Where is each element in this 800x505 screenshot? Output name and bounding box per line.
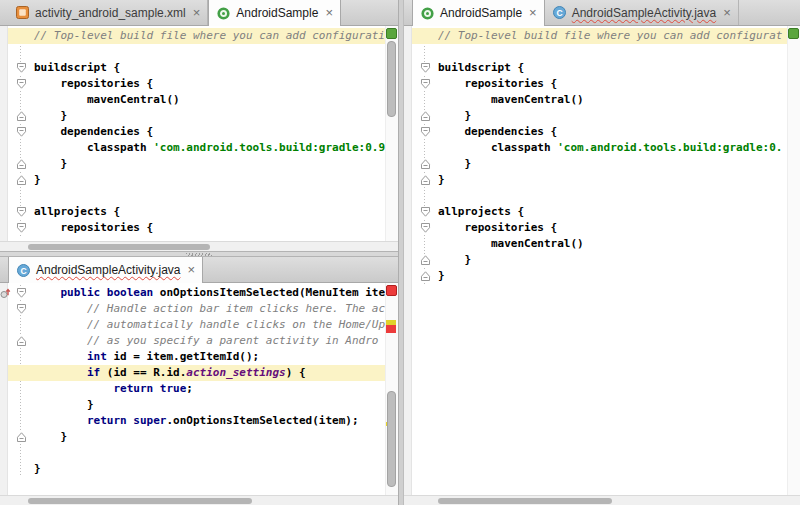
tab-androidsampleactivity-java[interactable]: CAndroidSampleActivity.java×	[545, 0, 739, 25]
gutter-cell	[8, 220, 34, 236]
code-text: mavenCentral()	[438, 236, 787, 252]
tab-close-icon[interactable]: ×	[188, 257, 196, 283]
horizontal-scrollbar[interactable]	[404, 495, 800, 505]
horizontal-scrollbar[interactable]	[0, 241, 398, 251]
vertical-scrollbar[interactable]	[385, 283, 398, 495]
code-text: }	[438, 156, 787, 172]
override-method-icon[interactable]	[0, 287, 12, 299]
code-line: repositories {	[412, 220, 787, 236]
gutter-cell	[412, 28, 438, 44]
code-line: }	[412, 268, 787, 284]
fold-end-icon[interactable]	[16, 174, 27, 186]
editor-java-left[interactable]: public boolean onOptionsItemSelected(Men…	[0, 283, 398, 495]
tab-close-icon[interactable]: ×	[529, 0, 537, 26]
code-line: }	[412, 108, 787, 124]
code-line: // Top-level build file where you can ad…	[8, 28, 385, 44]
fold-end-icon[interactable]	[420, 110, 431, 122]
fold-collapse-icon[interactable]	[16, 62, 27, 74]
code-text: // as you specify a parent activity in A…	[34, 333, 385, 349]
java-class-icon: C	[552, 5, 567, 20]
code-line: // Top-level build file where you can ad…	[412, 28, 787, 44]
tab-close-icon[interactable]: ×	[193, 0, 201, 26]
fold-collapse-icon[interactable]	[16, 78, 27, 90]
fold-end-icon[interactable]	[16, 335, 27, 347]
horizontal-scrollbar[interactable]	[0, 495, 398, 505]
gutter-cell	[8, 413, 34, 429]
code-text: // Top-level build file where you can ad…	[438, 28, 787, 44]
fold-end-icon[interactable]	[16, 110, 27, 122]
gutter-cell	[412, 268, 438, 284]
tab-androidsample[interactable]: AndroidSample×	[412, 0, 545, 26]
horizontal-scrollbar-thumb[interactable]	[438, 498, 612, 504]
svg-text:C: C	[20, 265, 26, 275]
code-text	[34, 188, 385, 204]
code-text: dependencies {	[438, 124, 787, 140]
code-line	[412, 44, 787, 60]
code-line: }	[8, 108, 385, 124]
fold-collapse-icon[interactable]	[420, 206, 431, 218]
editor-gradle-left[interactable]: // Top-level build file where you can ad…	[0, 26, 398, 241]
fold-collapse-icon[interactable]	[16, 287, 27, 299]
fold-end-icon[interactable]	[420, 270, 431, 282]
code-line: int id = item.getItemId();	[8, 349, 385, 365]
code-text: }	[34, 108, 385, 124]
code-line: return super.onOptionsItemSelected(item)…	[8, 413, 385, 429]
fold-end-icon[interactable]	[420, 158, 431, 170]
code-text	[34, 44, 385, 60]
fold-end-icon[interactable]	[420, 254, 431, 266]
code-line: }	[8, 172, 385, 188]
fold-collapse-icon[interactable]	[16, 126, 27, 138]
code-line: }	[412, 156, 787, 172]
tab-close-icon[interactable]: ×	[723, 0, 731, 26]
error-stripe-mark[interactable]	[386, 325, 396, 333]
gutter-cell	[412, 252, 438, 268]
fold-end-icon[interactable]	[16, 158, 27, 170]
code-text: dependencies {	[34, 124, 385, 140]
tab-bar-left-top: activity_android_sample.xml×AndroidSampl…	[0, 0, 398, 26]
code-line	[412, 188, 787, 204]
tab-bar-left-bottom: CAndroidSampleActivity.java×	[0, 257, 398, 283]
inspection-status-icon[interactable]	[386, 28, 397, 39]
vertical-scrollbar-thumb[interactable]	[387, 391, 396, 487]
fold-collapse-icon[interactable]	[16, 222, 27, 234]
code-text: }	[438, 252, 787, 268]
vertical-scrollbar-thumb[interactable]	[387, 41, 396, 117]
code-line: mavenCentral()	[8, 92, 385, 108]
fold-collapse-icon[interactable]	[420, 78, 431, 90]
horizontal-splitter[interactable]	[0, 251, 398, 257]
horizontal-scrollbar-thumb[interactable]	[28, 244, 210, 250]
code-line: }	[8, 429, 385, 445]
horizontal-scrollbar-thumb[interactable]	[28, 498, 252, 504]
editor-gradle-right[interactable]: // Top-level build file where you can ad…	[404, 26, 800, 495]
gutter-cell	[8, 124, 34, 140]
splitter-grip-icon	[186, 253, 212, 256]
code-line: }	[412, 252, 787, 268]
code-text: allprojects {	[438, 204, 787, 220]
tab-close-icon[interactable]: ×	[325, 0, 333, 26]
code-line: }	[8, 156, 385, 172]
inspection-status-icon[interactable]	[788, 28, 799, 39]
code-line: mavenCentral()	[412, 236, 787, 252]
tab-activity-android-sample-xml[interactable]: activity_android_sample.xml×	[8, 0, 208, 25]
tab-label: AndroidSampleActivity.java	[572, 0, 717, 26]
code-text: return true;	[34, 381, 385, 397]
fold-collapse-icon[interactable]	[420, 62, 431, 74]
fold-collapse-icon[interactable]	[16, 206, 27, 218]
code-text: buildscript {	[438, 60, 787, 76]
fold-collapse-icon[interactable]	[420, 126, 431, 138]
tab-androidsample[interactable]: AndroidSample×	[208, 0, 341, 26]
code-text: if (id == R.id.action_settings) {	[34, 365, 385, 381]
fold-collapse-icon[interactable]	[16, 303, 27, 315]
fold-collapse-icon[interactable]	[420, 222, 431, 234]
code-text: }	[34, 429, 385, 445]
gutter-cell	[8, 333, 34, 349]
vertical-scrollbar[interactable]	[787, 26, 800, 495]
vertical-scrollbar[interactable]	[385, 26, 398, 241]
fold-end-icon[interactable]	[420, 174, 431, 186]
code-rows: // Top-level build file where you can ad…	[412, 28, 787, 284]
code-text: allprojects {	[34, 204, 385, 220]
tab-androidsampleactivity-java[interactable]: CAndroidSampleActivity.java×	[8, 257, 203, 283]
inspection-status-icon[interactable]	[386, 285, 397, 296]
fold-end-icon[interactable]	[16, 431, 27, 443]
code-line: }	[8, 461, 385, 477]
